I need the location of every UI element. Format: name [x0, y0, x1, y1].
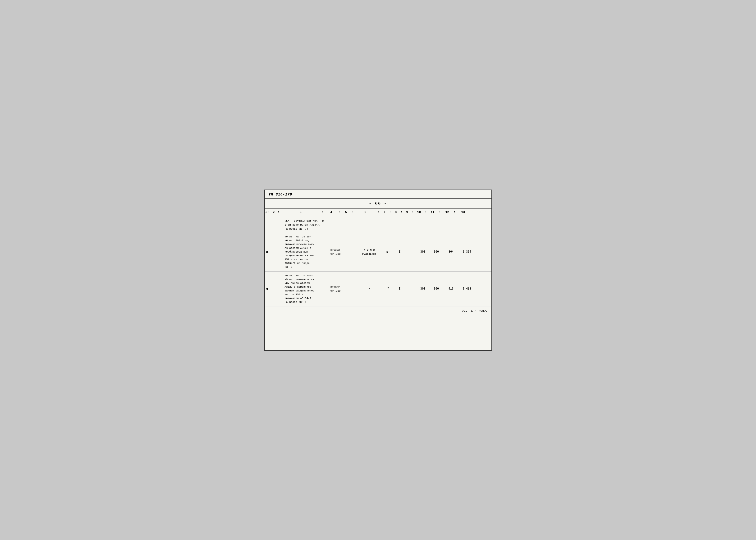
col-header-13: 13	[456, 210, 470, 214]
row9-desc: То же, на ток 15А– –9 шт, автоматичес- к…	[284, 274, 325, 304]
sep-5: :	[351, 210, 354, 214]
row8-col6: Х З М З г.Харьков	[358, 248, 381, 256]
table-body: 8. То же, на ток 15А– –6 шт, 20А-1 шт, а…	[265, 233, 492, 307]
intro-col3: 25А – 2шт;30А-1шт 40А – 2 шт;и авто-мато…	[284, 219, 325, 231]
row8-col2	[274, 252, 281, 252]
col-header-12: 12	[441, 210, 453, 214]
sep-8: :	[400, 210, 403, 214]
row8-desc: То же, на ток 15А– –6 шт, 20А-1 шт, авто…	[284, 235, 325, 269]
intro-row: 25А – 2шт;30А-1шт 40А – 2 шт;и авто-мато…	[265, 216, 492, 233]
doc-title: ТП 816-178	[269, 193, 292, 197]
document-page: ТП 816-178 - 66 - I : 2 : 3 : 4 : 5 : 6 …	[264, 190, 492, 351]
footer-row: Инв. № б 756/х	[265, 307, 492, 316]
col-header-1: I	[265, 210, 268, 214]
col-header-7: 7	[380, 210, 389, 214]
sep-6: :	[378, 210, 380, 214]
intro-col2	[274, 219, 281, 231]
page-header: ТП 816-178	[265, 190, 492, 199]
col-header-8: 8	[391, 210, 400, 214]
row9-col13: 0,413	[460, 287, 474, 291]
row8-col12: 364	[445, 250, 457, 254]
row9-col8: I	[395, 287, 404, 291]
row8-col4: ПР9332 исп.338	[328, 248, 342, 256]
sep-2: :	[277, 210, 280, 214]
col-header-4: 4	[324, 210, 339, 214]
inventory-number: Инв. № б 756/х	[462, 310, 487, 313]
intro-text: 25А – 2шт;30А-1шт 40А – 2 шт;и авто-мато…	[285, 219, 325, 231]
row9-col12: 413	[445, 287, 457, 291]
sep-4: :	[339, 210, 341, 214]
col-header-6: 6	[354, 210, 378, 214]
row9-col11: 300	[430, 287, 442, 291]
sep-10: :	[424, 210, 427, 214]
row8-col13: 0,364	[460, 250, 474, 254]
page-number: - 66 -	[265, 199, 492, 208]
sep-12: :	[453, 210, 456, 214]
row9-col4: ПР9332 исп.339	[328, 285, 342, 293]
col-header-3: 3	[280, 210, 322, 214]
row8-num: 8.	[265, 249, 271, 255]
col-header-2: 2	[270, 210, 277, 214]
col-header-10: 10	[414, 210, 424, 214]
row8-col7: шт	[384, 250, 392, 254]
row9-col2	[274, 289, 281, 289]
row9-num: 9.	[265, 287, 271, 292]
col-header-5: 5	[341, 210, 351, 214]
sep-9: :	[411, 210, 414, 214]
row8-col8: I	[395, 250, 404, 254]
col-header-11: 11	[427, 210, 439, 214]
row9-col6: –"–	[358, 287, 381, 291]
row8-col10: 300	[418, 250, 428, 254]
sep-3: :	[322, 210, 324, 214]
row9-col10: 300	[418, 287, 428, 291]
table-row: 9. То же, на ток 15А– –9 шт, автоматичес…	[265, 272, 492, 307]
sep-1: :	[268, 210, 270, 214]
column-header-row: I : 2 : 3 : 4 : 5 : 6 : 7 : 8 : 9 : 10 :…	[265, 208, 492, 216]
row9-col7: "	[384, 287, 392, 291]
col-header-9: 9	[403, 210, 411, 214]
sep-7: :	[389, 210, 391, 214]
row8-col11: 300	[430, 250, 442, 254]
sep-11: :	[439, 210, 441, 214]
intro-col1	[265, 219, 271, 231]
table-row: 8. То же, на ток 15А– –6 шт, 20А-1 шт, а…	[265, 233, 492, 272]
